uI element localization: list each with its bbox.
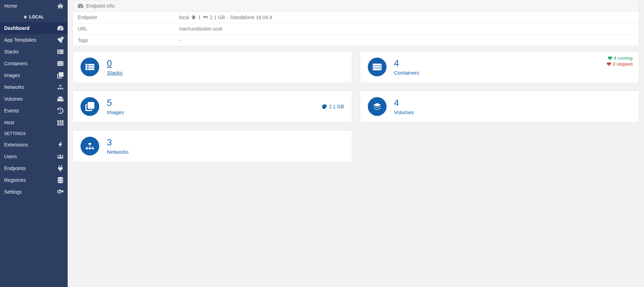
endpoint-info-panel: Endpoint info Endpoint local 1 2.1 GB - … [73,0,639,46]
th-list-icon [57,49,63,55]
images-count: 5 [107,98,124,107]
server-icon [57,60,63,67]
nav-extensions[interactable]: Extensions [0,139,68,151]
nav-users[interactable]: Users [0,151,68,162]
nav-containers-label: Containers [4,61,28,66]
chart-pie-icon [322,104,327,109]
images-size-value: 2.1 GB [329,104,344,109]
nav-endpoints[interactable]: Endpoints [0,162,68,174]
containers-count: 4 [394,59,420,68]
tags-value: - [174,35,639,46]
containers-stopped: 0 stopped [613,61,633,67]
nav-networks[interactable]: Networks [0,81,68,93]
nav-volumes[interactable]: Volumes [0,93,68,105]
endpoint-info-header: Endpoint info [73,0,639,12]
endpoint-name: local [179,15,189,20]
nav-endpoints-label: Endpoints [4,166,26,171]
plug-icon [24,15,27,19]
settings-section-title: SETTINGS [0,128,68,139]
endpoint-ram: 2.1 GB [210,15,225,20]
cogs-icon [57,189,63,195]
plug-icon [57,165,63,171]
nav-events[interactable]: Events [0,105,68,117]
containers-label: Containers [394,70,420,76]
networks-icon [80,137,99,155]
volumes-label: Volumes [394,109,414,115]
heartbeat-icon [607,62,611,66]
nav-events-label: Events [4,108,19,113]
containers-status: 4 running 0 stopped [607,56,633,67]
endpoint-info-title: Endpoint info [86,3,115,9]
containers-running: 4 running [614,56,633,61]
database-icon [57,177,63,183]
nav-stacks[interactable]: Stacks [0,46,68,58]
networks-count: 3 [107,138,129,147]
stacks-count: 0 [107,59,122,68]
endpoint-value: local 1 2.1 GB - Standalone 18.09.4 [179,15,634,20]
tile-volumes[interactable]: 4 Volumes [360,91,639,123]
volumes-count: 4 [394,98,414,107]
home-icon [57,3,63,9]
tile-images[interactable]: 5 Images 2.1 GB [73,91,352,123]
nav-host-label: Host [4,120,14,125]
nav-stacks-label: Stacks [4,49,19,54]
networks-label: Networks [107,149,129,155]
nav-networks-label: Networks [4,84,24,90]
nav-app-templates-label: App Templates [4,37,36,43]
clone-icon [57,72,63,78]
heartbeat-icon [608,56,612,60]
history-icon [57,108,63,114]
env-label: LOCAL [0,12,68,22]
th-icon [57,119,63,126]
tile-containers[interactable]: 4 Containers 4 running 0 stopped [360,51,639,83]
rocket-icon [57,37,63,43]
volumes-icon [368,97,387,116]
nav-settings-label: Settings [4,189,22,195]
microchip-icon [191,15,196,20]
dashboard-tiles: 0 Stacks 5 Images 2.1 GB [73,51,639,162]
sitemap-icon [57,84,63,90]
nav-dashboard-label: Dashboard [4,25,29,31]
stacks-icon [80,58,99,76]
images-size: 2.1 GB [322,104,344,109]
nav-dashboard[interactable]: Dashboard [0,22,68,34]
sidebar: Home LOCAL Dashboard App Templates Stack… [0,0,68,287]
bolt-icon [57,142,63,148]
nav-app-templates[interactable]: App Templates [0,34,68,46]
images-label: Images [107,109,124,115]
nav-host[interactable]: Host [0,117,68,128]
endpoint-info-table: Endpoint local 1 2.1 GB - Standalone 18.… [73,12,639,46]
tile-stacks[interactable]: 0 Stacks [73,51,352,83]
stacks-label: Stacks [107,70,122,76]
nav-containers[interactable]: Containers [0,58,68,69]
nav-volumes-label: Volumes [4,96,23,102]
nav-registries-label: Registries [4,177,26,183]
tachometer-icon [78,3,83,9]
url-value: /var/run/docker.sock [174,23,639,35]
nav-settings[interactable]: Settings [0,186,68,198]
nav-home-label: Home [4,3,17,9]
env-name: LOCAL [29,15,44,19]
nav-home[interactable]: Home [0,0,68,12]
main-content: Endpoint info Endpoint local 1 2.1 GB - … [68,0,644,287]
users-icon [57,153,63,160]
endpoint-label: Endpoint [73,12,174,23]
tile-networks[interactable]: 3 Networks [73,130,352,162]
endpoint-cpu: 1 [198,15,201,20]
nav-images[interactable]: Images [0,69,68,81]
endpoint-mode: - Standalone 18.09.4 [227,15,272,20]
images-icon [80,97,99,116]
hdd-icon [57,96,63,102]
nav-users-label: Users [4,154,17,159]
tachometer-icon [57,25,63,31]
nav-registries[interactable]: Registries [0,174,68,186]
tags-label: Tags [73,35,174,46]
nav-extensions-label: Extensions [4,142,28,147]
url-label: URL [73,23,174,35]
nav-images-label: Images [4,73,20,78]
containers-icon [368,58,387,76]
memory-icon [203,15,208,20]
